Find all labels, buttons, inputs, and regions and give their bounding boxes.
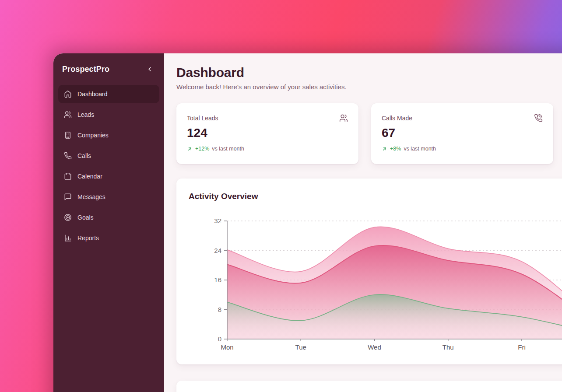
sidebar-item-label: Dashboard (77, 91, 108, 98)
trend-percent: +8% (390, 145, 401, 153)
svg-text:0: 0 (218, 335, 221, 343)
phone-icon (64, 152, 72, 160)
page-subtitle: Welcome back! Here's an overview of your… (176, 82, 562, 92)
svg-text:32: 32 (214, 217, 221, 224)
sidebar-item-calls[interactable]: Calls (58, 147, 159, 165)
stat-cards-row: Total Leads 124 +12% vs last month Calls (176, 103, 562, 164)
phone-call-icon (534, 114, 543, 122)
trend-suffix: vs last month (404, 145, 436, 153)
sidebar-item-label: Goals (77, 214, 94, 221)
svg-text:24: 24 (214, 247, 221, 254)
svg-text:16: 16 (214, 276, 221, 284)
bar-chart-icon (64, 234, 72, 242)
stat-label: Calls Made (382, 114, 412, 122)
svg-text:Mon: Mon (221, 343, 233, 351)
sidebar-item-label: Calls (77, 152, 91, 159)
stat-card-calls-made: Calls Made 67 +8% vs last month (371, 103, 553, 164)
svg-text:Wed: Wed (368, 343, 381, 351)
sidebar-item-companies[interactable]: Companies (58, 126, 159, 144)
sidebar-item-label: Companies (77, 132, 109, 139)
users-icon (64, 111, 72, 119)
sidebar-item-reports[interactable]: Reports (58, 229, 159, 247)
partial-card-bottom (176, 381, 562, 392)
chart-title: Activity Overview (189, 191, 562, 202)
page-title: Dashboard (176, 65, 562, 80)
svg-text:8: 8 (218, 306, 221, 313)
stat-value: 124 (187, 125, 348, 141)
sidebar-collapse-button[interactable] (144, 64, 155, 74)
trend-suffix: vs last month (212, 145, 244, 153)
sidebar-item-label: Calendar (77, 173, 102, 180)
building-icon (64, 131, 72, 139)
sidebar-item-label: Reports (77, 234, 99, 242)
trend-percent: +12% (195, 145, 209, 153)
calendar-icon (64, 172, 72, 180)
sidebar-item-dashboard[interactable]: Dashboard (58, 85, 159, 103)
stat-card-total-leads: Total Leads 124 +12% vs last month (176, 103, 358, 164)
activity-area-chart: 08162432MonTueWedThuFriSat (189, 203, 562, 354)
message-icon (64, 193, 72, 201)
chevron-left-icon (146, 66, 153, 73)
sidebar-item-leads[interactable]: Leads (58, 105, 159, 124)
svg-text:Tue: Tue (295, 343, 306, 351)
sidebar: ProspectPro Dashboard Leads (53, 53, 164, 392)
sidebar-nav: Dashboard Leads Companies Calls (58, 85, 159, 247)
users-icon (339, 114, 348, 122)
sidebar-item-calendar[interactable]: Calendar (58, 167, 159, 186)
sidebar-item-goals[interactable]: Goals (58, 208, 159, 227)
sidebar-item-messages[interactable]: Messages (58, 188, 159, 206)
home-icon (64, 90, 72, 98)
app-window: ProspectPro Dashboard Leads (53, 53, 562, 392)
svg-text:Fri: Fri (518, 343, 526, 351)
activity-overview-card: Activity Overview 08162432MonTueWedThuFr… (176, 178, 562, 364)
sidebar-item-label: Messages (77, 193, 105, 200)
sidebar-item-label: Leads (77, 111, 94, 118)
sidebar-header: ProspectPro (58, 53, 159, 85)
stat-label: Total Leads (187, 114, 218, 122)
main-content: Dashboard Welcome back! Here's an overvi… (164, 53, 562, 392)
svg-text:Thu: Thu (443, 343, 454, 351)
trend-up-icon (187, 146, 193, 152)
app-logo: ProspectPro (62, 65, 109, 74)
stat-value: 67 (382, 125, 543, 141)
trend-up-icon (382, 146, 387, 152)
target-icon (64, 214, 72, 221)
